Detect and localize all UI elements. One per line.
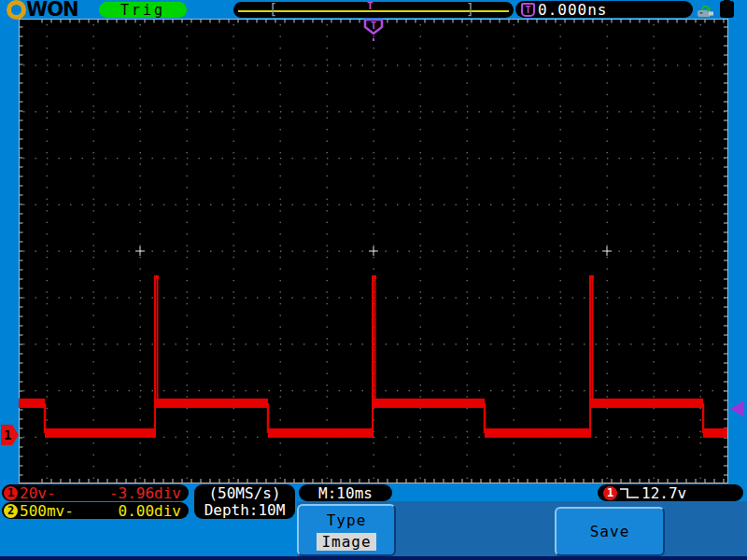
- timebase-pill: M:10ms: [299, 484, 392, 501]
- ch1-scale: 20v-: [20, 484, 56, 502]
- waveform-plot: T: [19, 19, 728, 483]
- battery-icon: [720, 1, 734, 18]
- ch1-status-pill: 1 20v- -3.96div: [2, 484, 189, 501]
- bottom-divider: [0, 556, 747, 560]
- ch2-offset: 0.00div: [119, 502, 181, 520]
- t-badge-icon: T: [521, 3, 535, 17]
- trigger-status-label: Trig: [120, 2, 165, 19]
- ch1-offset: -3.96div: [109, 484, 181, 502]
- trigger-info-pill: 1 12.7v: [598, 484, 743, 501]
- trigbar-right-bracket: ]: [466, 2, 474, 18]
- sample-rate: (50MS/s): [208, 485, 280, 502]
- logo-text: WON: [26, 0, 78, 19]
- svg-text:T: T: [371, 20, 377, 32]
- save-softkey-button[interactable]: Save: [555, 507, 665, 556]
- usb-storage-icon: [695, 2, 717, 19]
- timebase-value: M:10ms: [318, 484, 373, 502]
- ch2-number-badge: 2: [4, 504, 18, 518]
- type-button-value[interactable]: Image: [317, 533, 375, 551]
- trigger-time-value: 0.000ns: [538, 1, 607, 19]
- acquisition-pill: (50MS/s) Depth:10M: [194, 484, 295, 519]
- graticule-display: T: [19, 19, 728, 483]
- ch1-number-badge: 1: [4, 486, 18, 500]
- ch1-zero-marker-label: 1: [4, 427, 11, 442]
- logo-o-icon: [7, 0, 26, 20]
- type-button-label: Type: [299, 511, 394, 529]
- ch2-scale: 500mv-: [20, 502, 74, 520]
- owon-logo: WON: [7, 0, 78, 19]
- falling-edge-icon: [619, 486, 640, 500]
- save-button-label: Save: [590, 523, 630, 540]
- ch1-zero-marker[interactable]: 1: [1, 425, 19, 445]
- oscilloscope-screen: WON Trig [ ] T T 0.000ns T 1 1 20v- -3.9…: [0, 0, 747, 560]
- trigger-level-value: 12.7v: [641, 484, 686, 502]
- trigger-position-bar[interactable]: [ ] T: [233, 2, 514, 18]
- trigbar-t-marker-icon: T: [367, 1, 374, 11]
- trigbar-left-bracket: [: [269, 2, 277, 18]
- trigger-source-badge: 1: [603, 486, 617, 500]
- ch2-status-pill: 2 500mv- 0.00div: [2, 502, 189, 519]
- type-softkey-button[interactable]: Type Image: [297, 504, 396, 556]
- record-depth: Depth:10M: [204, 502, 286, 519]
- trigger-status-badge: Trig: [99, 2, 187, 18]
- trigger-level-arrow-icon[interactable]: [730, 400, 744, 417]
- trigger-time-readout: T 0.000ns: [515, 1, 693, 18]
